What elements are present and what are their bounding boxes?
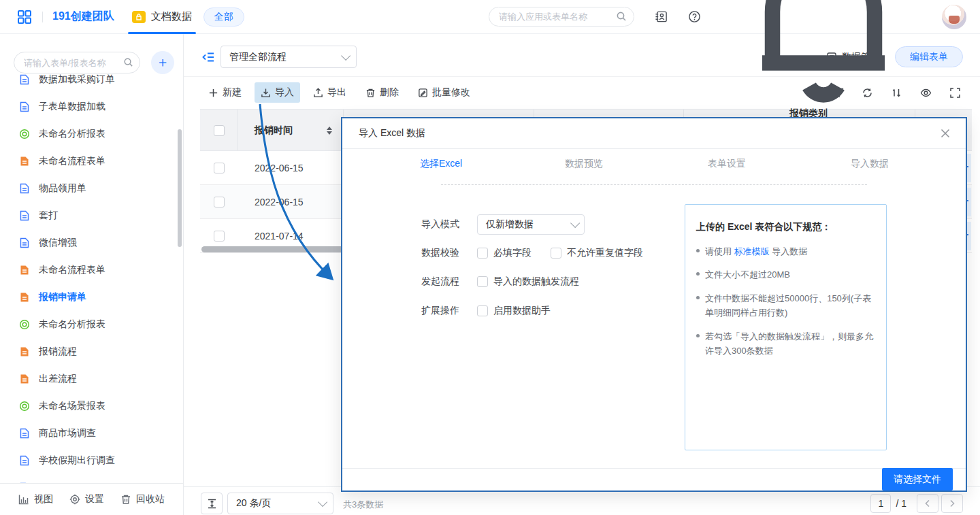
row-checkbox[interactable] [214, 231, 225, 242]
step-select-excel: 选择Excel [370, 158, 512, 170]
avatar[interactable] [942, 5, 966, 29]
doc-icon [19, 373, 30, 384]
import-steps: 选择Excel 数据预览 表单设置 导入数据 [370, 158, 938, 196]
sidebar-item[interactable]: 出差流程 [0, 365, 183, 393]
step-label: 选择Excel [420, 158, 462, 169]
checkbox-label: 不允许重复值字段 [567, 247, 643, 259]
sidebar-item-label: 套打 [39, 210, 58, 222]
sidebar-scrollbar[interactable] [178, 129, 182, 247]
step-label: 数据预览 [565, 158, 603, 169]
prev-page-button[interactable] [917, 494, 938, 513]
table-toolbar: 新建 导入 导出 删除 [202, 82, 483, 103]
import-button[interactable]: 导入 [255, 82, 300, 103]
add-form-button[interactable]: ＋ [151, 51, 174, 74]
form-list: 数据加载采购订单 子表单数据加载 未命名分析报表 未命名流程表单 物品领用单 [0, 73, 183, 483]
workbench-grid-icon[interactable] [16, 9, 33, 25]
gear-icon [69, 494, 80, 505]
choose-file-button[interactable]: 请选择文件 [882, 468, 953, 491]
sidebar-item[interactable]: 学校假期出行调查 [0, 447, 183, 474]
trigger-flow-checkbox[interactable]: 导入的数据触发流程 [477, 276, 579, 288]
checkbox[interactable] [477, 248, 488, 259]
import-mode-select[interactable]: 仅新增数据 [477, 214, 585, 235]
sidebar-item-label: 未命名分析报表 [39, 318, 105, 331]
chevron-down-icon [570, 218, 580, 228]
doc-icon [19, 210, 30, 221]
row-checkbox[interactable] [214, 163, 225, 173]
recycle-bin-button[interactable]: 回收站 [120, 493, 165, 505]
checkbox[interactable] [551, 248, 561, 259]
tab-app-docdata[interactable]: 文档数据 [132, 0, 192, 34]
form-search[interactable] [14, 52, 140, 73]
trash-icon [120, 494, 131, 505]
collapse-sidebar-icon[interactable] [202, 51, 214, 63]
form-search-input[interactable] [14, 52, 140, 73]
flow-scope-select[interactable]: 管理全部流程 [220, 46, 357, 68]
sort-column-icon[interactable] [327, 124, 332, 137]
doc-pencil-icon [418, 88, 428, 98]
settings-label: 设置 [85, 493, 104, 505]
modal-footer-divider [342, 468, 966, 469]
rule-item: 文件中数据不能超过50000行、150列(子表单明细同样占用行数) [696, 291, 875, 320]
page-size-select[interactable]: 20 条/页 [227, 493, 333, 514]
sidebar-item-label: 微信增强 [39, 237, 77, 249]
row-checkbox[interactable] [214, 197, 225, 207]
settings-button[interactable]: 设置 [69, 493, 104, 505]
sidebar-item[interactable] [0, 474, 183, 483]
active-tab-underline [128, 32, 196, 34]
sidebar-item[interactable]: 子表单数据加载 [0, 93, 183, 120]
sidebar-item[interactable]: 报销流程 [0, 338, 183, 365]
checkbox-label: 必填字段 [493, 247, 532, 259]
data-assistant-checkbox[interactable]: 启用数据助手 [477, 305, 551, 317]
views-button[interactable]: 视图 [18, 493, 53, 505]
row-date: 2022-06-15 [255, 151, 304, 185]
sidebar-item[interactable]: 微信增强 [0, 229, 183, 256]
chevron-down-icon [318, 497, 327, 507]
sidebar-item-label: 未命名流程表单 [39, 155, 105, 167]
row-height-icon [207, 499, 217, 509]
current-page[interactable]: 1 [870, 494, 891, 513]
notifications-button[interactable] [721, 0, 926, 119]
import-icon [261, 88, 271, 98]
start-flow-label: 发起流程 [421, 276, 463, 288]
doc-icon [19, 156, 30, 167]
new-record-button[interactable]: 新建 [202, 82, 248, 103]
header-right [489, 0, 966, 119]
sidebar-item[interactable]: 未命名分析报表 [0, 120, 183, 148]
sidebar-search-row: ＋ [14, 51, 174, 74]
col-header-time[interactable]: 报销时间 [238, 110, 343, 152]
sidebar-item[interactable]: 物品领用单 [0, 175, 183, 202]
tab-all[interactable]: 全部 [203, 7, 244, 27]
help-icon[interactable] [688, 10, 701, 23]
team-name[interactable]: 191创建团队 [52, 10, 114, 24]
sidebar-item-label: 未命名流程表单 [39, 264, 105, 276]
sidebar-item[interactable]: 套打 [0, 202, 183, 229]
standard-template-link[interactable]: 标准模版 [734, 246, 770, 256]
close-icon[interactable] [940, 128, 951, 139]
sidebar-item[interactable]: 未命名流程表单 [0, 256, 183, 284]
start-flow-row: 发起流程 导入的数据触发流程 [421, 271, 598, 292]
sidebar-item[interactable]: 未命名流程表单 [0, 148, 183, 175]
import-excel-modal: 导入 Excel 数据 选择Excel 数据预览 [341, 117, 967, 492]
address-book-icon[interactable] [655, 10, 668, 23]
sidebar-item[interactable]: 未命名场景报表 [0, 393, 183, 420]
row-height-button[interactable] [201, 493, 223, 514]
global-search[interactable] [489, 7, 634, 27]
select-all-checkbox[interactable] [214, 125, 225, 136]
checkbox[interactable] [477, 276, 488, 287]
batch-edit-button[interactable]: 批量修改 [412, 82, 476, 103]
next-page-button[interactable] [941, 494, 963, 513]
doc-icon [19, 74, 30, 85]
import-mode-row: 导入模式 仅新增数据 [421, 214, 585, 235]
sidebar-item[interactable]: 未命名分析报表 [0, 311, 183, 338]
sidebar-item[interactable]: 商品市场调查 [0, 420, 183, 447]
no-duplicate-checkbox[interactable]: 不允许重复值字段 [551, 247, 643, 259]
global-search-input[interactable] [489, 7, 634, 27]
delete-button[interactable]: 删除 [359, 82, 405, 103]
sidebar-item[interactable]: 数据加载采购订单 [0, 73, 183, 93]
chevron-left-icon [924, 499, 932, 508]
checkbox[interactable] [477, 305, 488, 316]
sidebar-item-selected[interactable]: 报销申请单 [0, 284, 183, 311]
export-button[interactable]: 导出 [307, 82, 353, 103]
required-fields-checkbox[interactable]: 必填字段 [477, 247, 532, 259]
doc-icon [19, 455, 30, 466]
